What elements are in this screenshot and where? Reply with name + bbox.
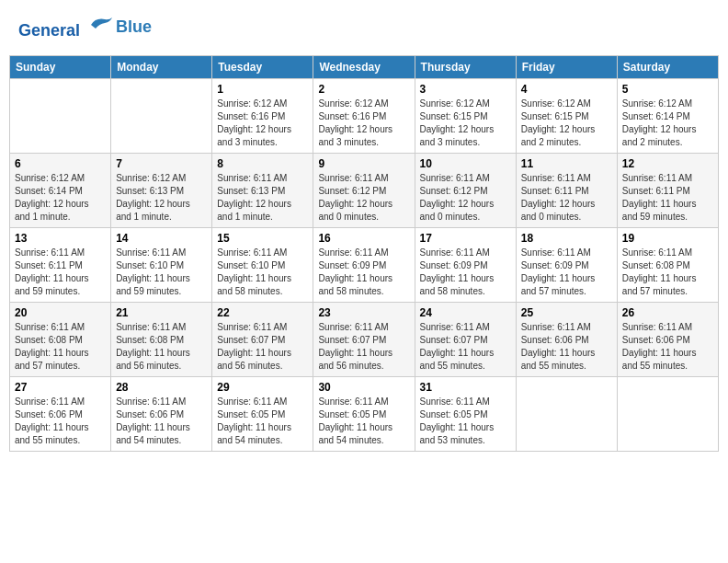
calendar-cell: 20Sunrise: 6:11 AM Sunset: 6:08 PM Dayli… [10,302,111,376]
calendar-cell: 11Sunrise: 6:11 AM Sunset: 6:11 PM Dayli… [516,153,617,227]
day-info: Sunrise: 6:11 AM Sunset: 6:11 PM Dayligh… [521,172,612,224]
day-info: Sunrise: 6:11 AM Sunset: 6:08 PM Dayligh… [15,321,106,373]
day-number: 20 [15,306,106,319]
day-info: Sunrise: 6:11 AM Sunset: 6:05 PM Dayligh… [217,396,308,447]
page-header: General Blue [9,9,719,46]
day-number: 1 [217,83,308,96]
calendar-cell: 31Sunrise: 6:11 AM Sunset: 6:05 PM Dayli… [415,376,516,451]
calendar-cell: 30Sunrise: 6:11 AM Sunset: 6:05 PM Dayli… [313,376,415,451]
day-number: 7 [116,157,207,170]
calendar-header-row: SundayMondayTuesdayWednesdayThursdayFrid… [10,55,719,78]
day-info: Sunrise: 6:11 AM Sunset: 6:05 PM Dayligh… [420,396,511,447]
day-info: Sunrise: 6:11 AM Sunset: 6:07 PM Dayligh… [318,321,409,373]
day-info: Sunrise: 6:11 AM Sunset: 6:06 PM Dayligh… [116,396,207,447]
calendar-cell: 21Sunrise: 6:11 AM Sunset: 6:08 PM Dayli… [111,302,212,376]
day-number: 28 [116,381,207,394]
day-info: Sunrise: 6:12 AM Sunset: 6:14 PM Dayligh… [622,98,713,149]
day-number: 21 [116,306,207,319]
day-info: Sunrise: 6:11 AM Sunset: 6:05 PM Dayligh… [318,396,409,447]
calendar-cell: 19Sunrise: 6:11 AM Sunset: 6:08 PM Dayli… [617,227,718,302]
day-info: Sunrise: 6:11 AM Sunset: 6:13 PM Dayligh… [217,172,308,224]
day-info: Sunrise: 6:11 AM Sunset: 6:09 PM Dayligh… [420,247,511,298]
day-info: Sunrise: 6:11 AM Sunset: 6:10 PM Dayligh… [217,247,308,298]
day-number: 14 [116,232,207,245]
day-info: Sunrise: 6:11 AM Sunset: 6:07 PM Dayligh… [420,321,511,373]
calendar-cell: 16Sunrise: 6:11 AM Sunset: 6:09 PM Dayli… [313,227,415,302]
calendar-cell [111,78,212,153]
day-header-friday: Friday [516,55,617,78]
day-number: 11 [521,157,612,170]
day-header-thursday: Thursday [415,55,516,78]
calendar-cell: 9Sunrise: 6:11 AM Sunset: 6:12 PM Daylig… [313,153,415,227]
day-info: Sunrise: 6:12 AM Sunset: 6:15 PM Dayligh… [420,98,511,149]
calendar-cell: 2Sunrise: 6:12 AM Sunset: 6:16 PM Daylig… [313,78,415,153]
calendar-cell: 18Sunrise: 6:11 AM Sunset: 6:09 PM Dayli… [516,227,617,302]
calendar-cell: 17Sunrise: 6:11 AM Sunset: 6:09 PM Dayli… [415,227,516,302]
day-number: 8 [217,157,308,170]
day-info: Sunrise: 6:11 AM Sunset: 6:08 PM Dayligh… [622,247,713,298]
day-number: 6 [15,157,106,170]
day-number: 22 [217,306,308,319]
calendar-cell: 7Sunrise: 6:12 AM Sunset: 6:13 PM Daylig… [111,153,212,227]
day-number: 9 [318,157,409,170]
day-number: 3 [420,83,511,96]
calendar-cell: 3Sunrise: 6:12 AM Sunset: 6:15 PM Daylig… [415,78,516,153]
day-info: Sunrise: 6:12 AM Sunset: 6:16 PM Dayligh… [318,98,409,149]
day-number: 31 [420,381,511,394]
day-number: 26 [622,306,713,319]
day-header-tuesday: Tuesday [212,55,313,78]
day-info: Sunrise: 6:11 AM Sunset: 6:09 PM Dayligh… [318,247,409,298]
day-header-saturday: Saturday [617,55,718,78]
day-number: 30 [318,381,409,394]
calendar-table: SundayMondayTuesdayWednesdayThursdayFrid… [9,55,719,452]
logo-blue: Blue [116,17,152,38]
calendar-week-4: 20Sunrise: 6:11 AM Sunset: 6:08 PM Dayli… [10,302,719,376]
calendar-cell: 8Sunrise: 6:11 AM Sunset: 6:13 PM Daylig… [212,153,313,227]
day-info: Sunrise: 6:12 AM Sunset: 6:16 PM Dayligh… [217,98,308,149]
calendar-cell: 25Sunrise: 6:11 AM Sunset: 6:06 PM Dayli… [516,302,617,376]
calendar-cell: 13Sunrise: 6:11 AM Sunset: 6:11 PM Dayli… [10,227,111,302]
day-info: Sunrise: 6:11 AM Sunset: 6:12 PM Dayligh… [318,172,409,224]
day-header-sunday: Sunday [10,55,111,78]
day-number: 19 [622,232,713,245]
calendar-cell: 29Sunrise: 6:11 AM Sunset: 6:05 PM Dayli… [212,376,313,451]
calendar-week-3: 13Sunrise: 6:11 AM Sunset: 6:11 PM Dayli… [10,227,719,302]
calendar-cell: 24Sunrise: 6:11 AM Sunset: 6:07 PM Dayli… [415,302,516,376]
day-number: 15 [217,232,308,245]
logo-bird-icon [86,14,114,36]
day-number: 27 [15,381,106,394]
calendar-week-1: 1Sunrise: 6:12 AM Sunset: 6:16 PM Daylig… [10,78,719,153]
day-number: 5 [622,83,713,96]
day-number: 17 [420,232,511,245]
calendar-cell: 28Sunrise: 6:11 AM Sunset: 6:06 PM Dayli… [111,376,212,451]
calendar-cell: 15Sunrise: 6:11 AM Sunset: 6:10 PM Dayli… [212,227,313,302]
calendar-cell: 4Sunrise: 6:12 AM Sunset: 6:15 PM Daylig… [516,78,617,153]
day-header-monday: Monday [111,55,212,78]
logo: General Blue [18,14,152,41]
calendar-cell: 23Sunrise: 6:11 AM Sunset: 6:07 PM Dayli… [313,302,415,376]
calendar-cell: 12Sunrise: 6:11 AM Sunset: 6:11 PM Dayli… [617,153,718,227]
day-info: Sunrise: 6:12 AM Sunset: 6:13 PM Dayligh… [116,172,207,224]
calendar-cell: 26Sunrise: 6:11 AM Sunset: 6:06 PM Dayli… [617,302,718,376]
day-number: 29 [217,381,308,394]
calendar-cell: 14Sunrise: 6:11 AM Sunset: 6:10 PM Dayli… [111,227,212,302]
day-number: 25 [521,306,612,319]
day-info: Sunrise: 6:11 AM Sunset: 6:06 PM Dayligh… [15,396,106,447]
calendar-cell: 27Sunrise: 6:11 AM Sunset: 6:06 PM Dayli… [10,376,111,451]
day-info: Sunrise: 6:11 AM Sunset: 6:06 PM Dayligh… [622,321,713,373]
calendar-cell: 1Sunrise: 6:12 AM Sunset: 6:16 PM Daylig… [212,78,313,153]
day-number: 23 [318,306,409,319]
calendar-week-5: 27Sunrise: 6:11 AM Sunset: 6:06 PM Dayli… [10,376,719,451]
day-info: Sunrise: 6:12 AM Sunset: 6:14 PM Dayligh… [15,172,106,224]
day-info: Sunrise: 6:11 AM Sunset: 6:07 PM Dayligh… [217,321,308,373]
calendar-cell: 5Sunrise: 6:12 AM Sunset: 6:14 PM Daylig… [617,78,718,153]
day-number: 2 [318,83,409,96]
day-number: 13 [15,232,106,245]
day-info: Sunrise: 6:11 AM Sunset: 6:06 PM Dayligh… [521,321,612,373]
calendar-cell: 10Sunrise: 6:11 AM Sunset: 6:12 PM Dayli… [415,153,516,227]
day-info: Sunrise: 6:11 AM Sunset: 6:10 PM Dayligh… [116,247,207,298]
calendar-cell: 22Sunrise: 6:11 AM Sunset: 6:07 PM Dayli… [212,302,313,376]
day-info: Sunrise: 6:11 AM Sunset: 6:09 PM Dayligh… [521,247,612,298]
day-number: 18 [521,232,612,245]
day-number: 4 [521,83,612,96]
